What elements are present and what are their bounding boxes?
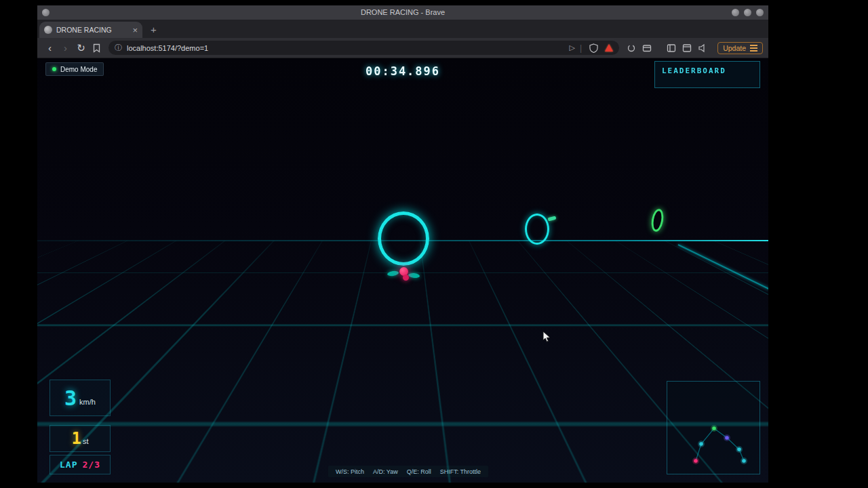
hint-roll: Q/E: Roll [407,468,431,475]
window-close-button[interactable] [756,9,764,16]
wallet-icon[interactable] [640,41,654,55]
hint-pitch: W/S: Pitch [336,468,364,475]
drone-rotor-left [387,270,399,277]
address-bar[interactable]: ⓘ localhost:5174/?demo=1 ▷ | [108,41,619,55]
drone-tail [403,274,409,281]
position-suffix: st [83,437,89,445]
update-button[interactable]: Update [717,42,763,54]
demo-mode-badge: Demo Mode [45,62,104,76]
speed-panel: 3 km/h [50,380,111,416]
demo-mode-label: Demo Mode [60,66,97,73]
gate-ring-near [378,211,429,266]
position-panel: 1 st [50,425,111,452]
play-icon[interactable]: ▷ [570,43,575,52]
leaderboard-title: LEADERBOARD [655,62,760,75]
drone-rotor-right [408,272,420,279]
demo-mode-dot-icon [52,67,56,71]
tab-close-icon[interactable]: × [132,26,138,35]
minimap-svg [667,382,760,474]
gate-marker [548,216,557,222]
new-tab-button[interactable]: + [151,24,157,35]
game-viewport[interactable]: Demo Mode 00:34.896 LEADERBOARD 3 km/h 1… [37,58,768,483]
split-view-icon[interactable] [680,41,694,55]
lap-panel: LAP 2/3 [50,455,111,474]
leaderboard-panel[interactable]: LEADERBOARD [654,61,760,88]
window-title: DRONE RACING - Brave [361,8,445,16]
site-info-icon[interactable]: ⓘ [115,44,122,52]
lap-label: LAP [60,460,77,470]
speed-unit: km/h [79,398,96,406]
player-drone [387,265,420,283]
urlbar-separator: | [580,43,582,53]
brave-shields-icon[interactable] [587,41,600,55]
gate-ring-mid [525,214,549,245]
sync-icon[interactable] [625,41,638,55]
window-maximize-button[interactable] [744,9,751,16]
hint-throttle: SHIFT: Throttle [440,468,481,475]
toolbar-icon-cluster [625,41,709,55]
bookmarks-icon[interactable] [90,41,103,55]
tab-favicon [44,26,52,34]
window-minimize-button[interactable] [732,9,739,16]
speed-value: 3 [64,386,77,410]
minimap-panel [667,381,760,474]
back-button[interactable]: ‹ [43,43,57,53]
forward-button[interactable]: › [58,43,73,53]
window-titlebar: DRONE RACING - Brave [37,5,768,20]
reload-button[interactable]: ↻ [74,43,88,53]
sidebar-icon[interactable] [665,41,678,55]
gate-ring-far-green [650,208,665,232]
controls-hint-bar: W/S: Pitch A/D: Yaw Q/E: Roll SHIFT: Thr… [328,466,488,477]
url-text[interactable]: localhost:5174/?demo=1 [127,44,565,52]
brave-rewards-icon[interactable] [605,44,613,52]
tab-drone-racing[interactable]: DRONE RACING × [39,22,142,38]
mouse-cursor [542,331,551,343]
hint-yaw: A/D: Yaw [373,468,398,475]
window-menu-button[interactable] [42,9,50,16]
tab-strip: DRONE RACING × + [37,20,768,38]
tab-title: DRONE RACING [56,26,128,34]
track-edge-line [678,244,768,290]
browser-toolbar: ‹ › ↻ ⓘ localhost:5174/?demo=1 ▷ | [37,38,768,58]
menu-icon[interactable] [750,45,757,52]
update-label: Update [723,44,746,52]
race-timer: 00:34.896 [331,64,475,78]
share-icon[interactable] [696,41,709,55]
position-value: 1 [71,429,81,448]
browser-window: DRONE RACING - Brave DRONE RACING × + ‹ … [37,5,768,483]
lap-value: 2/3 [83,460,100,470]
